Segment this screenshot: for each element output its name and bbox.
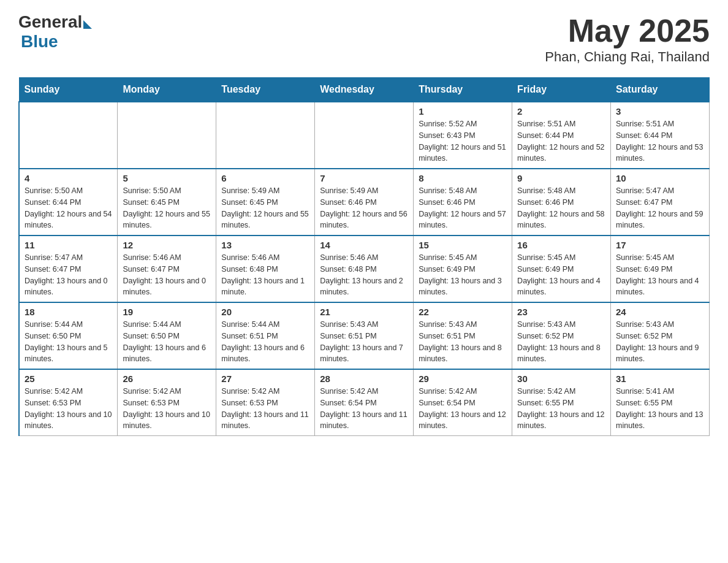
calendar-cell: 20Sunrise: 5:44 AMSunset: 6:51 PMDayligh…: [216, 302, 315, 369]
day-number: 29: [419, 373, 507, 384]
day-number: 19: [123, 307, 211, 317]
day-info: Sunrise: 5:49 AMSunset: 6:46 PMDaylight:…: [320, 185, 408, 231]
calendar-week-row: 1Sunrise: 5:52 AMSunset: 6:43 PMDaylight…: [19, 102, 710, 169]
calendar-cell: 7Sunrise: 5:49 AMSunset: 6:46 PMDaylight…: [315, 169, 414, 236]
calendar-cell: 8Sunrise: 5:48 AMSunset: 6:46 PMDaylight…: [414, 169, 512, 236]
day-info: Sunrise: 5:49 AMSunset: 6:45 PMDaylight:…: [221, 185, 309, 231]
day-info: Sunrise: 5:46 AMSunset: 6:47 PMDaylight:…: [123, 252, 211, 298]
day-info: Sunrise: 5:45 AMSunset: 6:49 PMDaylight:…: [517, 252, 605, 298]
day-of-week-header: Thursday: [414, 78, 512, 102]
day-info: Sunrise: 5:51 AMSunset: 6:44 PMDaylight:…: [616, 118, 704, 164]
day-of-week-header: Sunday: [19, 78, 118, 102]
logo-arrow-icon: [83, 20, 92, 29]
calendar-cell: 6Sunrise: 5:49 AMSunset: 6:45 PMDaylight…: [216, 169, 315, 236]
day-of-week-header: Saturday: [611, 78, 710, 102]
day-info: Sunrise: 5:44 AMSunset: 6:50 PMDaylight:…: [123, 319, 211, 365]
day-number: 30: [517, 373, 605, 384]
calendar-week-row: 4Sunrise: 5:50 AMSunset: 6:44 PMDaylight…: [19, 169, 710, 236]
day-info: Sunrise: 5:48 AMSunset: 6:46 PMDaylight:…: [517, 185, 605, 231]
calendar-cell: 9Sunrise: 5:48 AMSunset: 6:46 PMDaylight…: [512, 169, 611, 236]
day-number: 7: [320, 173, 408, 183]
logo: General Blue: [18, 12, 92, 52]
calendar-week-row: 18Sunrise: 5:44 AMSunset: 6:50 PMDayligh…: [19, 302, 710, 369]
location-subtitle: Phan, Chiang Rai, Thailand: [545, 49, 710, 65]
day-of-week-header: Wednesday: [315, 78, 414, 102]
day-number: 28: [320, 373, 408, 384]
day-info: Sunrise: 5:42 AMSunset: 6:53 PMDaylight:…: [221, 386, 309, 432]
day-info: Sunrise: 5:44 AMSunset: 6:50 PMDaylight:…: [25, 319, 112, 365]
calendar-cell: 12Sunrise: 5:46 AMSunset: 6:47 PMDayligh…: [118, 236, 216, 302]
calendar-cell: 1Sunrise: 5:52 AMSunset: 6:43 PMDaylight…: [414, 102, 512, 169]
day-number: 11: [25, 240, 112, 250]
day-number: 4: [25, 173, 112, 183]
day-info: Sunrise: 5:42 AMSunset: 6:53 PMDaylight:…: [25, 386, 112, 432]
day-info: Sunrise: 5:43 AMSunset: 6:52 PMDaylight:…: [616, 319, 704, 365]
day-number: 20: [221, 307, 309, 317]
day-number: 17: [616, 240, 704, 250]
calendar-cell: 5Sunrise: 5:50 AMSunset: 6:45 PMDaylight…: [118, 169, 216, 236]
calendar-cell: 22Sunrise: 5:43 AMSunset: 6:51 PMDayligh…: [414, 302, 512, 369]
day-number: 10: [616, 173, 704, 183]
day-info: Sunrise: 5:48 AMSunset: 6:46 PMDaylight:…: [419, 185, 507, 231]
calendar-cell: 11Sunrise: 5:47 AMSunset: 6:47 PMDayligh…: [19, 236, 118, 302]
calendar-cell: 31Sunrise: 5:41 AMSunset: 6:55 PMDayligh…: [611, 369, 710, 436]
calendar-cell: [216, 102, 315, 169]
calendar-week-row: 11Sunrise: 5:47 AMSunset: 6:47 PMDayligh…: [19, 236, 710, 302]
day-info: Sunrise: 5:42 AMSunset: 6:55 PMDaylight:…: [517, 386, 605, 432]
day-number: 27: [221, 373, 309, 384]
day-info: Sunrise: 5:47 AMSunset: 6:47 PMDaylight:…: [25, 252, 112, 298]
day-info: Sunrise: 5:44 AMSunset: 6:51 PMDaylight:…: [221, 319, 309, 365]
calendar-table: SundayMondayTuesdayWednesdayThursdayFrid…: [18, 77, 710, 436]
calendar-cell: 2Sunrise: 5:51 AMSunset: 6:44 PMDaylight…: [512, 102, 611, 169]
calendar-cell: 29Sunrise: 5:42 AMSunset: 6:54 PMDayligh…: [414, 369, 512, 436]
calendar-cell: 27Sunrise: 5:42 AMSunset: 6:53 PMDayligh…: [216, 369, 315, 436]
day-info: Sunrise: 5:43 AMSunset: 6:52 PMDaylight:…: [517, 319, 605, 365]
day-number: 9: [517, 173, 605, 183]
day-number: 31: [616, 373, 704, 384]
day-number: 13: [221, 240, 309, 250]
calendar-cell: 3Sunrise: 5:51 AMSunset: 6:44 PMDaylight…: [611, 102, 710, 169]
day-info: Sunrise: 5:42 AMSunset: 6:54 PMDaylight:…: [320, 386, 408, 432]
calendar-cell: [19, 102, 118, 169]
logo-blue-text: Blue: [21, 32, 92, 52]
month-year-title: May 2025: [545, 12, 710, 49]
day-number: 12: [123, 240, 211, 250]
day-number: 2: [517, 106, 605, 117]
calendar-cell: 28Sunrise: 5:42 AMSunset: 6:54 PMDayligh…: [315, 369, 414, 436]
day-info: Sunrise: 5:52 AMSunset: 6:43 PMDaylight:…: [419, 118, 507, 164]
calendar-header-row: SundayMondayTuesdayWednesdayThursdayFrid…: [19, 78, 710, 102]
calendar-cell: 21Sunrise: 5:43 AMSunset: 6:51 PMDayligh…: [315, 302, 414, 369]
day-info: Sunrise: 5:46 AMSunset: 6:48 PMDaylight:…: [320, 252, 408, 298]
calendar-cell: 26Sunrise: 5:42 AMSunset: 6:53 PMDayligh…: [118, 369, 216, 436]
day-number: 3: [616, 106, 704, 117]
day-number: 15: [419, 240, 507, 250]
day-info: Sunrise: 5:43 AMSunset: 6:51 PMDaylight:…: [419, 319, 507, 365]
calendar-cell: 30Sunrise: 5:42 AMSunset: 6:55 PMDayligh…: [512, 369, 611, 436]
day-number: 26: [123, 373, 211, 384]
day-info: Sunrise: 5:43 AMSunset: 6:51 PMDaylight:…: [320, 319, 408, 365]
calendar-cell: 23Sunrise: 5:43 AMSunset: 6:52 PMDayligh…: [512, 302, 611, 369]
day-number: 24: [616, 307, 704, 317]
calendar-cell: 15Sunrise: 5:45 AMSunset: 6:49 PMDayligh…: [414, 236, 512, 302]
day-of-week-header: Tuesday: [216, 78, 315, 102]
day-info: Sunrise: 5:42 AMSunset: 6:54 PMDaylight:…: [419, 386, 507, 432]
calendar-week-row: 25Sunrise: 5:42 AMSunset: 6:53 PMDayligh…: [19, 369, 710, 436]
page-header: General Blue May 2025 Phan, Chiang Rai, …: [18, 12, 710, 65]
calendar-cell: 24Sunrise: 5:43 AMSunset: 6:52 PMDayligh…: [611, 302, 710, 369]
calendar-cell: 19Sunrise: 5:44 AMSunset: 6:50 PMDayligh…: [118, 302, 216, 369]
calendar-cell: 4Sunrise: 5:50 AMSunset: 6:44 PMDaylight…: [19, 169, 118, 236]
day-number: 18: [25, 307, 112, 317]
day-of-week-header: Monday: [118, 78, 216, 102]
day-number: 22: [419, 307, 507, 317]
day-number: 8: [419, 173, 507, 183]
day-of-week-header: Friday: [512, 78, 611, 102]
day-info: Sunrise: 5:46 AMSunset: 6:48 PMDaylight:…: [221, 252, 309, 298]
day-number: 6: [221, 173, 309, 183]
day-info: Sunrise: 5:41 AMSunset: 6:55 PMDaylight:…: [616, 386, 704, 432]
day-info: Sunrise: 5:47 AMSunset: 6:47 PMDaylight:…: [616, 185, 704, 231]
day-info: Sunrise: 5:51 AMSunset: 6:44 PMDaylight:…: [517, 118, 605, 164]
calendar-cell: 16Sunrise: 5:45 AMSunset: 6:49 PMDayligh…: [512, 236, 611, 302]
calendar-cell: 18Sunrise: 5:44 AMSunset: 6:50 PMDayligh…: [19, 302, 118, 369]
day-number: 25: [25, 373, 112, 384]
calendar-cell: 25Sunrise: 5:42 AMSunset: 6:53 PMDayligh…: [19, 369, 118, 436]
